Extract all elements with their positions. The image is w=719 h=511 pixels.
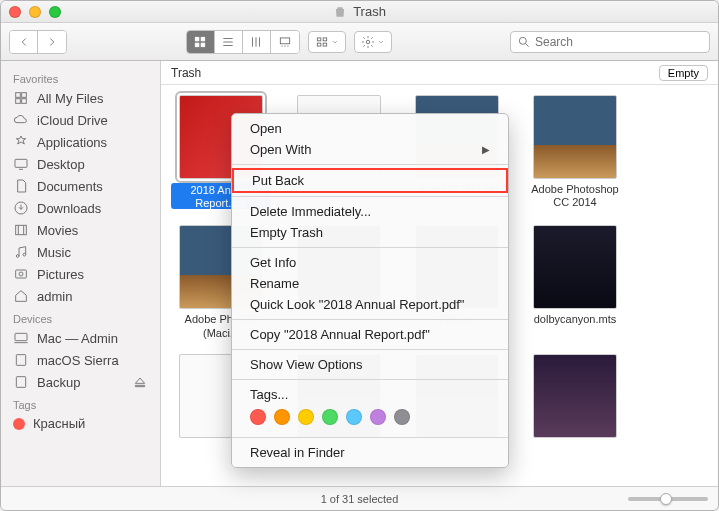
svg-rect-12 <box>22 93 27 98</box>
sidebar-item-pictures[interactable]: Pictures <box>1 263 160 285</box>
action-button[interactable] <box>354 31 392 53</box>
chevron-down-icon <box>331 35 339 49</box>
menu-show-view-options[interactable]: Show View Options <box>232 354 508 375</box>
sidebar-item-admin[interactable]: admin <box>1 285 160 307</box>
svg-rect-5 <box>317 37 321 40</box>
sidebar-item-label: Documents <box>37 179 103 194</box>
menu-copy[interactable]: Copy "2018 Annual Report.pdf" <box>232 324 508 345</box>
menu-separator <box>232 164 508 165</box>
file-item[interactable] <box>525 354 625 442</box>
tag-color-swatch[interactable] <box>298 409 314 425</box>
window-title-text: Trash <box>353 4 386 19</box>
status-bar: 1 of 31 selected <box>1 486 718 510</box>
list-view-button[interactable] <box>215 31 243 53</box>
view-mode-buttons <box>186 30 300 54</box>
tag-color-swatch[interactable] <box>274 409 290 425</box>
menu-delete-immediately[interactable]: Delete Immediately... <box>232 201 508 222</box>
tag-color-swatch[interactable] <box>394 409 410 425</box>
tag-color-swatch[interactable] <box>346 409 362 425</box>
menu-open[interactable]: Open <box>232 118 508 139</box>
sidebar-item-label: Backup <box>37 375 80 390</box>
svg-point-9 <box>366 40 370 44</box>
menu-reveal-in-finder[interactable]: Reveal in Finder <box>232 442 508 463</box>
minimize-button[interactable] <box>29 6 41 18</box>
sidebar-item-label: Desktop <box>37 157 85 172</box>
documents-icon <box>13 178 29 194</box>
column-view-button[interactable] <box>243 31 271 53</box>
file-label: dolbycanyon.mts <box>525 313 625 326</box>
tag-dot-icon <box>13 418 25 430</box>
close-button[interactable] <box>9 6 21 18</box>
sidebar-item-mac[interactable]: Mac — Admin <box>1 327 160 349</box>
menu-open-with[interactable]: Open With▶ <box>232 139 508 160</box>
menu-label: Quick Look "2018 Annual Report.pdf" <box>250 297 464 312</box>
sidebar-item-downloads[interactable]: Downloads <box>1 197 160 219</box>
status-text: 1 of 31 selected <box>321 493 399 505</box>
cloud-icon <box>13 112 29 128</box>
sidebar-item-backup[interactable]: Backup <box>1 371 160 393</box>
menu-separator <box>232 247 508 248</box>
menu-label: Rename <box>250 276 299 291</box>
file-label: Adobe Photoshop CC 2014 (Ma...00333.jpg <box>525 183 625 209</box>
applications-icon <box>13 134 29 150</box>
icon-view-button[interactable] <box>187 31 215 53</box>
menu-label: Copy "2018 Annual Report.pdf" <box>250 327 430 342</box>
svg-rect-1 <box>201 37 205 41</box>
window-title: Trash <box>61 4 658 19</box>
gallery-view-button[interactable] <box>271 31 299 53</box>
sidebar-item-movies[interactable]: Movies <box>1 219 160 241</box>
back-button[interactable] <box>10 31 38 53</box>
file-item[interactable]: dolbycanyon.mts <box>525 225 625 339</box>
zoom-slider[interactable] <box>628 497 708 501</box>
forward-button[interactable] <box>38 31 66 53</box>
svg-point-21 <box>19 272 23 276</box>
search-field[interactable] <box>510 31 710 53</box>
menu-separator <box>232 196 508 197</box>
home-icon <box>13 288 29 304</box>
sidebar-item-all-my-files[interactable]: All My Files <box>1 87 160 109</box>
sidebar: Favorites All My Files iCloud Drive Appl… <box>1 61 161 486</box>
menu-label: Reveal in Finder <box>250 445 345 460</box>
empty-trash-button[interactable]: Empty <box>659 65 708 81</box>
file-item[interactable]: Adobe Photoshop CC 2014 (Ma...00333.jpg <box>525 95 625 211</box>
menu-put-back[interactable]: Put Back <box>234 170 506 191</box>
file-thumbnail <box>533 95 617 179</box>
sidebar-item-desktop[interactable]: Desktop <box>1 153 160 175</box>
sidebar-item-icloud[interactable]: iCloud Drive <box>1 109 160 131</box>
sidebar-item-macos[interactable]: macOS Sierra <box>1 349 160 371</box>
sidebar-item-tag-red[interactable]: Красный <box>1 413 160 434</box>
group-by-button[interactable] <box>308 31 346 53</box>
zoom-knob[interactable] <box>660 493 672 505</box>
maximize-button[interactable] <box>49 6 61 18</box>
svg-rect-23 <box>16 355 25 366</box>
search-input[interactable] <box>535 35 703 49</box>
menu-label: Tags... <box>250 387 288 402</box>
tag-color-swatch[interactable] <box>370 409 386 425</box>
svg-rect-8 <box>323 43 327 46</box>
sidebar-header-devices: Devices <box>1 307 160 327</box>
menu-highlight-annotation: Put Back <box>232 168 508 193</box>
menu-get-info[interactable]: Get Info <box>232 252 508 273</box>
svg-rect-22 <box>15 333 27 340</box>
menu-label: Empty Trash <box>250 225 323 240</box>
menu-rename[interactable]: Rename <box>232 273 508 294</box>
menu-quick-look[interactable]: Quick Look "2018 Annual Report.pdf" <box>232 294 508 315</box>
desktop-icon <box>13 156 29 172</box>
menu-label: Get Info <box>250 255 296 270</box>
svg-rect-6 <box>323 37 327 40</box>
menu-separator <box>232 437 508 438</box>
sidebar-item-applications[interactable]: Applications <box>1 131 160 153</box>
tag-color-swatch[interactable] <box>250 409 266 425</box>
menu-label: Show View Options <box>250 357 363 372</box>
sidebar-header-favorites: Favorites <box>1 67 160 87</box>
eject-icon[interactable] <box>132 374 148 390</box>
svg-rect-24 <box>16 377 25 388</box>
gear-icon <box>361 35 375 49</box>
titlebar: Trash <box>1 1 718 23</box>
menu-tags[interactable]: Tags... <box>232 384 508 405</box>
tag-color-swatch[interactable] <box>322 409 338 425</box>
sidebar-item-label: All My Files <box>37 91 103 106</box>
menu-empty-trash[interactable]: Empty Trash <box>232 222 508 243</box>
sidebar-item-documents[interactable]: Documents <box>1 175 160 197</box>
sidebar-item-music[interactable]: Music <box>1 241 160 263</box>
